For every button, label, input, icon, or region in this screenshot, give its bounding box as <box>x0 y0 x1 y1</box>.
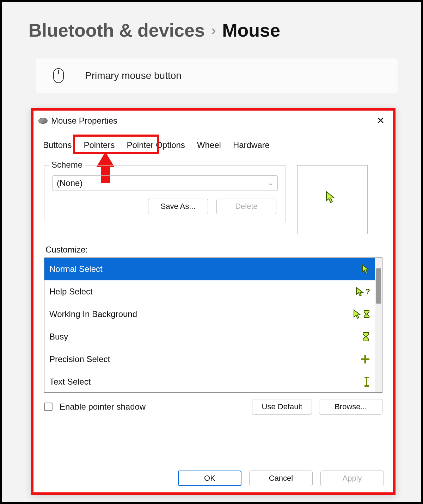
help-cursor-icon: ? <box>356 287 370 297</box>
busy-cursor-icon <box>362 331 370 342</box>
apply-button[interactable]: Apply <box>320 471 384 486</box>
list-item-label: Normal Select <box>49 264 103 274</box>
mouse-mini-icon <box>38 118 48 124</box>
delete-button[interactable]: Delete <box>216 199 276 214</box>
list-item[interactable]: Busy <box>44 325 375 348</box>
dialog-title: Mouse Properties <box>51 116 117 126</box>
list-item[interactable]: Precision Select <box>44 348 375 371</box>
tab-pointers[interactable]: Pointers <box>78 136 121 154</box>
dialog-tabs: Buttons Pointers Pointer Options Wheel H… <box>37 136 393 154</box>
scrollbar-thumb[interactable] <box>376 268 381 304</box>
breadcrumb-current: Mouse <box>222 20 280 41</box>
scheme-groupbox: Scheme (None) ⌄ Save As... Delete <box>44 165 286 222</box>
browse-button[interactable]: Browse... <box>319 399 382 415</box>
list-item-label: Help Select <box>49 287 93 297</box>
list-item-label: Busy <box>49 332 68 342</box>
scheme-select[interactable]: (None) ⌄ <box>52 175 278 191</box>
mouse-properties-dialog: Mouse Properties ✕ Buttons Pointers Poin… <box>31 108 396 495</box>
settings-row-primary-button[interactable]: Primary mouse button <box>36 58 398 93</box>
chevron-down-icon: ⌄ <box>268 179 273 187</box>
precision-cursor-icon <box>360 354 370 364</box>
cursor-preview-icon <box>326 191 336 204</box>
mouse-icon <box>53 68 64 83</box>
ok-button[interactable]: OK <box>178 471 241 486</box>
list-item[interactable]: Normal Select <box>44 258 375 280</box>
chevron-right-icon: › <box>211 23 216 38</box>
cancel-button[interactable]: Cancel <box>249 471 313 486</box>
close-button[interactable]: ✕ <box>373 114 388 127</box>
cursor-listbox[interactable]: Normal Select Help Select ? Working In B… <box>44 257 382 393</box>
breadcrumb: Bluetooth & devices › Mouse <box>2 2 421 51</box>
scheme-legend: Scheme <box>49 160 85 170</box>
list-item-label: Working In Background <box>49 309 137 319</box>
tab-hardware[interactable]: Hardware <box>227 136 276 154</box>
scheme-value: (None) <box>57 178 82 188</box>
breadcrumb-parent[interactable]: Bluetooth & devices <box>29 20 205 41</box>
list-item[interactable]: Help Select ? <box>44 280 375 303</box>
use-default-button[interactable]: Use Default <box>252 399 312 415</box>
list-item-label: Precision Select <box>49 354 110 364</box>
dialog-titlebar: Mouse Properties ✕ <box>33 111 393 129</box>
cursor-preview <box>297 165 368 234</box>
enable-shadow-checkbox[interactable] <box>44 403 53 411</box>
save-as-button[interactable]: Save As... <box>148 199 208 214</box>
customize-label: Customize: <box>45 245 382 255</box>
tab-wheel[interactable]: Wheel <box>191 136 227 154</box>
arrow-cursor-icon <box>362 264 370 274</box>
settings-row-label: Primary mouse button <box>85 70 182 81</box>
scrollbar[interactable] <box>375 258 382 392</box>
tab-pointer-options[interactable]: Pointer Options <box>121 136 191 154</box>
list-item[interactable]: Text Select <box>44 371 375 392</box>
tab-buttons[interactable]: Buttons <box>37 136 78 154</box>
enable-shadow-label: Enable pointer shadow <box>60 402 245 412</box>
working-cursor-icon <box>353 309 370 319</box>
list-item[interactable]: Working In Background <box>44 303 375 325</box>
list-item-label: Text Select <box>49 377 91 387</box>
text-cursor-icon <box>363 377 370 387</box>
